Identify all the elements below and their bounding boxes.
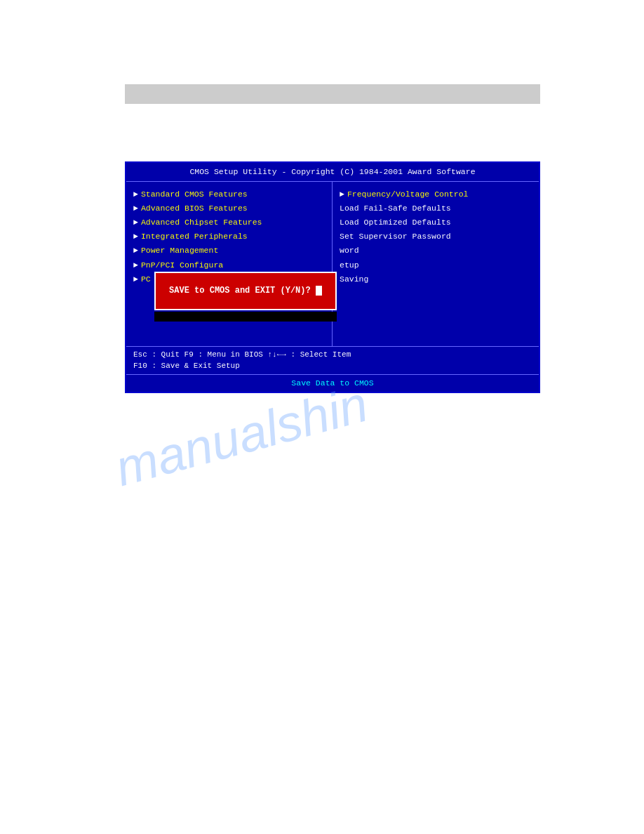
menu-item-etup[interactable]: etup [340, 258, 532, 272]
bios-title: CMOS Setup Utility - Copyright (C) 1984-… [126, 163, 539, 182]
arrow-icon: ► [133, 231, 138, 242]
arrow-icon: ► [133, 274, 138, 285]
top-gray-bar [125, 84, 540, 104]
bios-content: ► Standard CMOS Features ► Advanced BIOS… [126, 182, 539, 355]
bios-right-menu: ► Frequency/Voltage Control Load Fail-Sa… [333, 182, 539, 355]
menu-item-load-optimized[interactable]: Load Optimized Defaults [340, 216, 532, 230]
menu-item-advanced-bios[interactable]: ► Advanced BIOS Features [133, 201, 325, 216]
menu-item-saving[interactable]: Saving [340, 272, 532, 286]
menu-item-load-failsafe[interactable]: Load Fail-Safe Defaults [340, 201, 532, 216]
menu-item-freq-voltage[interactable]: ► Frequency/Voltage Control [340, 187, 532, 201]
menu-item-pnp-pci[interactable]: ► PnP/PCI Configura [133, 258, 325, 272]
menu-item-word[interactable]: word [340, 244, 532, 258]
arrow-icon: ► [133, 203, 138, 214]
menu-item-integrated-peripherals[interactable]: ► Integrated Peripherals [133, 230, 325, 244]
menu-item-advanced-chipset[interactable]: ► Advanced Chipset Features [133, 216, 325, 230]
bios-footer-keys: Esc : Quit F9 : Menu in BIOS ↑↓←→ : Sele… [126, 346, 539, 374]
menu-item-supervisor-password[interactable]: Set Supervisor Password [340, 230, 532, 244]
menu-item-standard-cmos[interactable]: ► Standard CMOS Features [133, 187, 325, 201]
menu-item-pc-health[interactable]: ► PC Health Status [133, 272, 325, 286]
arrow-icon: ► [340, 189, 344, 200]
bios-footer-status: Save Data to CMOS [126, 374, 539, 392]
arrow-icon: ► [133, 260, 138, 271]
arrow-icon: ► [133, 245, 138, 256]
arrow-icon: ► [133, 217, 138, 228]
arrow-icon: ► [133, 189, 138, 200]
menu-item-power-management[interactable]: ► Power Management [133, 244, 325, 258]
bios-left-menu: ► Standard CMOS Features ► Advanced BIOS… [126, 182, 333, 355]
bios-screen: CMOS Setup Utility - Copyright (C) 1984-… [125, 161, 540, 393]
bios-footer: Esc : Quit F9 : Menu in BIOS ↑↓←→ : Sele… [126, 346, 539, 392]
